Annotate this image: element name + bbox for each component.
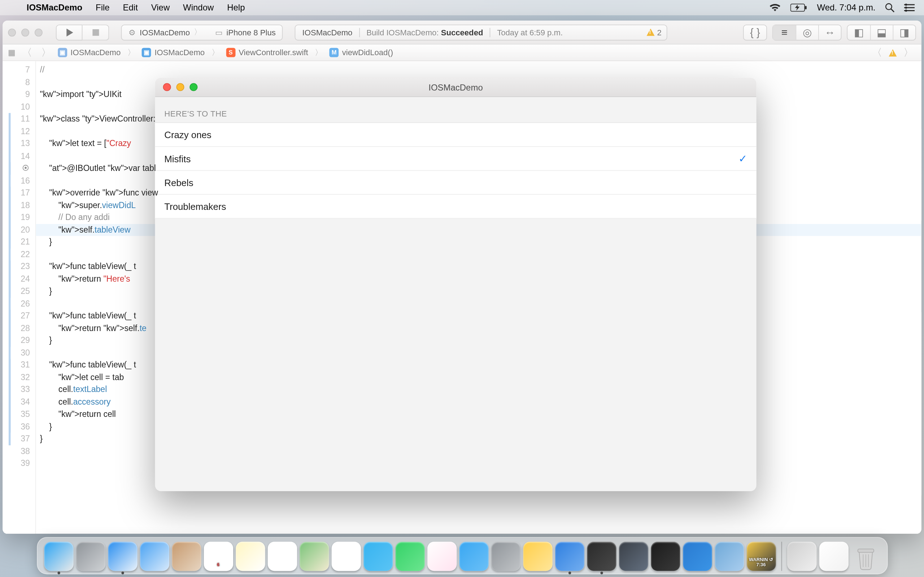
counterpart-forward-icon[interactable]: 〉 [901,46,916,59]
traffic-light-close[interactable] [8,28,16,36]
dock-voicememos[interactable] [651,542,680,571]
table-row[interactable]: Crazy ones [155,123,756,147]
dock-launchpad[interactable] [76,542,105,571]
wifi-icon[interactable] [769,3,781,12]
right-panel-icon[interactable]: ◨ [893,25,915,40]
table-row[interactable]: Troublemakers [155,195,756,219]
dock-preview[interactable] [714,542,743,571]
stop-button[interactable] [82,24,109,40]
app-icon: ⚙︎ [129,27,136,37]
dock-vscode[interactable] [683,542,712,571]
svg-point-7 [905,3,907,6]
dock-finder[interactable] [44,542,73,571]
menu-edit[interactable]: Edit [116,3,144,13]
dock-quicktime[interactable] [619,542,648,571]
activity-project: IOSMacDemo [302,27,353,37]
macos-menubar: IOSMacDemo FileEditViewWindowHelp Wed. 7… [0,0,924,15]
svg-rect-11 [858,549,874,552]
dock-trash[interactable] [851,542,880,571]
panel-toggle-segmented[interactable]: ◧ ⬓ ◨ [847,24,916,40]
table-section-header: HERE'S TO THE [155,97,756,122]
menu-file[interactable]: File [89,3,116,13]
menubar-clock[interactable]: Wed. 7:04 p.m. [817,3,875,13]
battery-icon[interactable] [790,3,808,12]
svg-rect-10 [92,29,99,35]
app-title: IOSMacDemo [155,82,756,92]
menu-help[interactable]: Help [221,3,252,13]
dock-notes[interactable] [235,542,265,571]
svg-rect-1 [805,6,807,10]
scheme-selector[interactable]: ⚙︎IOSMacDemo〉 ▭iPhone 8 Plus [121,24,283,40]
notification-center-icon[interactable] [904,3,914,12]
assistant-segmented[interactable]: ≡ ◎ ↔ [772,24,842,40]
dock-sysprefs[interactable] [491,542,520,571]
checkmark-icon: ✓ [738,152,747,165]
dock-safari[interactable] [108,542,137,571]
menu-view[interactable]: View [144,3,176,13]
menubar-app-name[interactable]: IOSMacDemo [20,3,89,13]
dock-xcode[interactable] [555,542,584,571]
run-button[interactable] [56,24,82,40]
iosmac-app-window: IOSMacDemo HERE'S TO THE Crazy onesMisfi… [155,78,756,491]
svg-point-2 [886,3,892,10]
dock-console[interactable]: WARNIN ↺ 7:36 [746,542,775,571]
traffic-light-zoom[interactable] [35,28,43,36]
table-row[interactable]: Misfits✓ [155,147,756,171]
xcode-toolbar: ⚙︎IOSMacDemo〉 ▭iPhone 8 Plus IOSMacDemo … [3,21,921,44]
breadcrumb-symbol[interactable]: MviewDidLoad() [330,48,393,57]
nav-forward-icon[interactable]: 〉 [39,46,54,59]
breadcrumb-folder[interactable]: ▣IOSMacDemo [142,48,205,57]
table-view[interactable]: Crazy onesMisfits✓RebelsTroublemakers [155,122,756,219]
app-titlebar: IOSMacDemo [155,78,756,97]
traffic-light-minimize[interactable] [21,28,29,36]
dock-messages[interactable] [363,542,393,571]
line-number-gutter: 7891011121314161718192021222324252627282… [3,61,36,534]
dock[interactable]: 6WARNIN ↺ 7:36 [36,537,887,574]
editor-mode-segmented[interactable]: { } [743,24,767,40]
dock-itunes[interactable] [427,542,456,571]
spotlight-icon[interactable] [885,3,895,13]
dock-mail[interactable] [140,542,169,571]
bottom-panel-icon[interactable]: ⬓ [870,25,893,40]
nav-back-icon[interactable]: 〈 [19,46,34,59]
left-panel-icon[interactable]: ◧ [848,25,870,40]
table-row[interactable]: Rebels [155,171,756,195]
dock-photos[interactable] [331,542,360,571]
dock-sketch[interactable] [523,542,552,571]
issue-navigator-icon[interactable] [888,49,897,56]
activity-viewer: IOSMacDemo Build IOSMacDemo: Succeeded T… [295,24,667,40]
dock-maps[interactable] [299,542,328,571]
dock-separator [781,542,782,571]
jump-bar[interactable]: ▦ 〈 〉 ▣IOSMacDemo〉 ▣IOSMacDemo〉 SViewCon… [3,44,921,61]
menu-window[interactable]: Window [176,3,221,13]
dock-facetime[interactable] [395,542,425,571]
breadcrumb-file[interactable]: SViewController.swift [226,48,308,57]
activity-warnings[interactable]: 2 [646,27,662,37]
code-area[interactable]: // "kw">import "ty">UIKit "kw">class "ty… [36,61,158,534]
activity-time: Today at 6:59 p.m. [497,27,563,37]
dock-blocked[interactable] [787,542,816,571]
activity-status: Build IOSMacDemo: Succeeded [366,27,483,37]
device-icon: ▭ [215,27,222,37]
svg-line-3 [891,9,894,12]
related-items-icon[interactable]: ▦ [8,48,15,57]
dock-document[interactable] [819,542,848,571]
svg-point-9 [905,10,907,12]
dock-appstore[interactable] [459,542,488,571]
lines-icon[interactable]: ≡ [773,25,796,40]
standard-editor-icon[interactable]: { } [744,25,767,40]
breadcrumb-project[interactable]: ▣IOSMacDemo [58,48,121,57]
counterpart-back-icon[interactable]: 〈 [869,46,885,59]
dock-contacts[interactable] [172,542,201,571]
assistant-icon[interactable]: ◎ [795,25,818,40]
version-icon[interactable]: ↔ [818,25,841,40]
dock-terminal[interactable] [587,542,616,571]
dock-reminders[interactable] [267,542,297,571]
dock-calendar[interactable]: 6 [204,542,233,571]
svg-point-8 [905,6,907,9]
